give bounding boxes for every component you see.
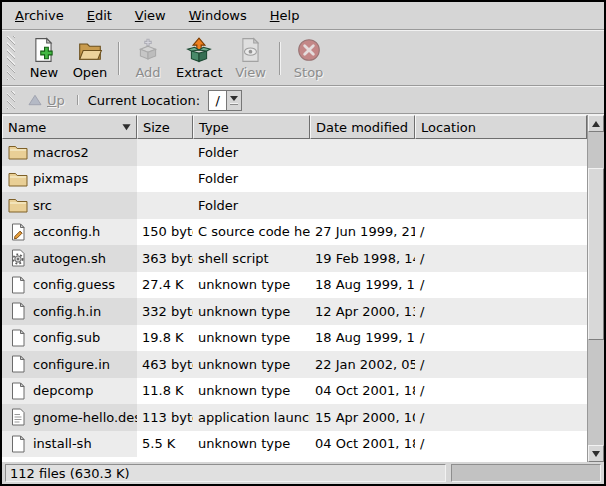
table-row[interactable]: autogen.sh 363 bytes shell script 19 Feb… <box>2 245 587 272</box>
file-date-cell: 18 Aug 1999, 13:53 <box>310 325 415 352</box>
file-name: configure.in <box>33 357 110 372</box>
file-name-cell: depcomp <box>2 378 137 405</box>
file-location-cell: / <box>415 272 587 299</box>
file-size-cell: 332 bytes <box>137 298 193 325</box>
toolbar-button[interactable]: Open <box>67 35 113 82</box>
file-name: depcomp <box>33 383 94 398</box>
toolbar-separator <box>279 42 281 75</box>
menu-item[interactable]: Archive <box>6 4 73 27</box>
file-date-cell: 22 Jan 2002, 05:35 <box>310 351 415 378</box>
table-row[interactable]: configure.in 463 bytes unknown type 22 J… <box>2 351 587 378</box>
file-type-cell: Folder <box>193 166 310 193</box>
file-size-cell: 27.4 K <box>137 272 193 299</box>
table-row[interactable]: config.h.in 332 bytes unknown type 12 Ap… <box>2 298 587 325</box>
file-type-icon <box>8 329 28 347</box>
menu-bar: Archive Edit View Windows Help <box>2 2 604 29</box>
table-row[interactable]: src Folder <box>2 192 587 219</box>
menu-item-label: Archive <box>15 8 64 23</box>
status-progress-panel <box>451 464 601 482</box>
scrollbar-thumb[interactable] <box>588 168 604 340</box>
file-type-icon <box>8 408 28 426</box>
file-type-cell: unknown type <box>193 325 310 352</box>
table-row[interactable]: pixmaps Folder <box>2 166 587 193</box>
file-type-icon <box>8 355 28 373</box>
table-row[interactable]: gnome-hello.desktop 113 bytes applicatio… <box>2 404 587 431</box>
toolbar-button[interactable]: Add <box>125 35 171 82</box>
menu-item-label: View <box>135 8 166 23</box>
location-combobox[interactable]: / <box>208 90 242 111</box>
file-name-cell: config.sub <box>2 325 137 352</box>
column-headers: Name Size Type Date modified <box>2 115 587 139</box>
file-date-cell: 12 Apr 2000, 13:36 <box>310 298 415 325</box>
file-type-cell: unknown type <box>193 431 310 458</box>
file-list-area: Name Size Type Date modified <box>2 115 604 462</box>
file-table: Name Size Type Date modified <box>2 115 587 462</box>
file-date-cell: 15 Apr 2000, 10:21 <box>310 404 415 431</box>
file-type-icon <box>8 435 28 453</box>
column-header-label: Size <box>143 120 170 135</box>
table-row[interactable]: depcomp 11.8 K unknown type 04 Oct 2001,… <box>2 378 587 405</box>
archive-manager-window: Archive Edit View Windows Help <box>0 0 606 486</box>
file-name: config.sub <box>33 330 100 345</box>
column-header-label: Location <box>421 120 476 135</box>
file-date-cell <box>310 139 415 166</box>
file-name: acconfig.h <box>33 224 100 239</box>
scroll-up-button[interactable] <box>588 115 604 132</box>
file-name: src <box>33 198 52 213</box>
file-type-icon <box>8 249 28 267</box>
column-header[interactable]: Location <box>415 115 587 139</box>
menu-item[interactable]: View <box>126 4 175 27</box>
column-header[interactable]: Name <box>2 115 137 139</box>
toolbar-button-label: View <box>235 65 266 80</box>
toolbar-button-icon <box>296 37 322 63</box>
table-row[interactable]: install-sh 5.5 K unknown type 04 Oct 200… <box>2 431 587 458</box>
file-type-cell: Folder <box>193 192 310 219</box>
toolbar-button-label: New <box>30 65 58 80</box>
toolbar-drag-handle[interactable] <box>7 36 15 80</box>
file-name-cell: pixmaps <box>2 166 137 193</box>
combobox-dropdown-button[interactable] <box>226 91 241 110</box>
file-size-cell: 150 bytes <box>137 219 193 246</box>
file-size-cell: 113 bytes <box>137 404 193 431</box>
scrollbar-track[interactable] <box>588 132 604 445</box>
file-size-cell: 5.5 K <box>137 431 193 458</box>
file-type-icon <box>8 276 28 294</box>
vertical-scrollbar[interactable] <box>587 115 604 462</box>
file-date-cell: 04 Oct 2001, 18:12 <box>310 431 415 458</box>
arrow-up-icon <box>592 121 600 127</box>
file-location-cell <box>415 192 587 219</box>
combobox-ridge <box>230 103 238 105</box>
toolbar-button[interactable]: View <box>228 35 274 82</box>
menu-item[interactable]: Windows <box>180 4 256 27</box>
file-date-cell <box>310 166 415 193</box>
current-location-label: Current Location: <box>88 93 200 108</box>
location-bar-drag-handle[interactable] <box>7 91 15 109</box>
column-header[interactable]: Size <box>137 115 193 139</box>
location-bar: Up Current Location: / <box>2 87 604 113</box>
toolbar-button[interactable]: Stop <box>286 35 332 82</box>
menu-item[interactable]: Help <box>261 4 309 27</box>
column-header[interactable]: Date modified <box>310 115 415 139</box>
table-row[interactable]: acconfig.h 150 bytes C source code heade… <box>2 219 587 246</box>
location-bar-separator <box>77 95 79 105</box>
file-location-cell: / <box>415 404 587 431</box>
table-row[interactable]: config.guess 27.4 K unknown type 18 Aug … <box>2 272 587 299</box>
sort-indicator-icon <box>122 123 131 131</box>
toolbar-button[interactable]: Extract <box>171 35 228 82</box>
toolbar-button-icon <box>77 37 103 63</box>
file-type-cell: unknown type <box>193 298 310 325</box>
column-header-label: Date modified <box>316 120 408 135</box>
column-header[interactable]: Type <box>193 115 310 139</box>
file-name-cell: autogen.sh <box>2 245 137 272</box>
scroll-down-button[interactable] <box>588 445 604 462</box>
file-name: config.guess <box>33 277 115 292</box>
file-location-cell <box>415 166 587 193</box>
menu-item[interactable]: Edit <box>78 4 121 27</box>
file-type-icon <box>8 170 28 188</box>
table-row[interactable]: config.sub 19.8 K unknown type 18 Aug 19… <box>2 325 587 352</box>
table-row[interactable]: macros2 Folder <box>2 139 587 166</box>
file-size-cell: 11.8 K <box>137 378 193 405</box>
toolbar-button[interactable]: New <box>21 35 67 82</box>
up-button[interactable]: Up <box>21 91 72 110</box>
toolbar-separator <box>118 42 120 75</box>
